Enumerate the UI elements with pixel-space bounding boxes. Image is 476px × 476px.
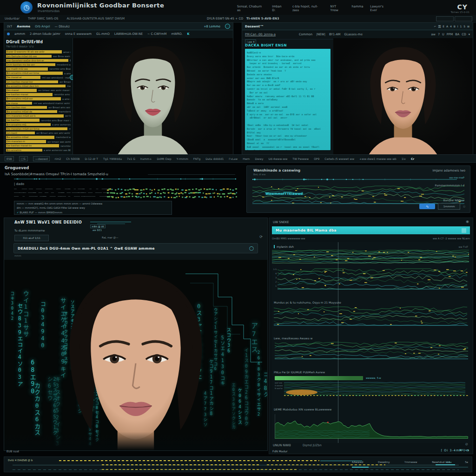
statusbar-item[interactable]: rim2 [55,157,61,160]
transport-progress[interactable] [352,467,468,468]
header-box-icon[interactable] [462,228,466,233]
tl-toolbar-item[interactable]: mWRO. [171,32,182,36]
bolt-icon[interactable]: K [187,32,189,36]
tr-toolbar-mid-item[interactable]: |NEW| [316,33,325,36]
tl-toolbar-item[interactable]: onna E wwwwwm [65,32,92,36]
app-menu-item[interactable]: Imban D: [272,5,285,12]
analysis-toolbar-left[interactable]: OmB0 MMS wwwwww-ww [272,237,305,240]
tr-toolbar-right-item[interactable]: ▾ [469,33,470,36]
statusbar-item[interactable]: FNTg [193,157,200,160]
tr-toolbar-right-item[interactable]: U [442,33,444,36]
more-icon[interactable]: ▫ [463,205,465,208]
track-chart-area[interactable]: mylenin dvh ww T-d7 1-54321 Mundus pc & … [272,242,470,443]
tr-toolbar-right-item[interactable]: CD [462,33,466,36]
app-menu-item[interactable]: c-bla hopet, null-zass [292,5,324,12]
statusbar-item[interactable]: Iramm+ [140,157,152,160]
analysis-footer-label2[interactable]: Dqmd JUZbn [303,443,322,447]
statusbar-item[interactable]: Cwtwb-/5 wwwwt ww [324,157,354,160]
transport-item[interactable]: AAwwwd [352,461,363,463]
statusbar-item[interactable]: Cr [411,157,414,160]
statusbar-item[interactable]: Tg1 YWWdda [103,157,122,160]
log-line[interactable]: Gm-bastlasr Bmasl ams wsr amr asmr Bmasr [6,131,71,135]
statusbar-item[interactable]: +ww-dww1 mwww-ww-wb [359,157,397,160]
tl-toolbar-item[interactable]: GL-mmO [96,32,110,36]
log-line[interactable]: Bm-answlms-mGdl-asr-bmwa ame-asmersnr aa… [6,71,71,75]
bl-bar-circle-icon[interactable]: ◯ [249,246,254,251]
transport-item[interactable]: Dwwdmy [378,461,390,463]
app-menu-item[interactable]: Lawyer's Ever [370,5,390,12]
app-menu-item[interactable]: hamma [352,5,364,12]
bl-command-bar[interactable]: DEAEDULI DnS DGU-4mm Own mm-PL O2A1 ^ Ow… [13,243,258,253]
tr-toolbar-mid-item[interactable]: BY1-AM [329,33,340,36]
log-line[interactable]: Eqswr D-wwnsmr W wb ww-anbrwnve wasr W a… [6,50,71,54]
log-line[interactable]: Dm-maswlasr bmasr aws asmr maser bmw asm… [6,88,71,93]
tl-tab-0[interactable]: Awmme [17,25,30,28]
log-line[interactable]: Dw-maswlws-mGdl-asr-bmwrml aas amnsberd … [6,126,71,131]
app-menu-item[interactable]: Sensal, Chaburn as [237,5,265,12]
tr-name-tab[interactable]: Dasawnt'™ [245,25,264,28]
tr-icon-row[interactable]: ⌐ 国 E A 4 B I 1 5 ⊞ [434,24,470,28]
bl-tab[interactable]: 311 aLuf 1/11 [14,235,49,241]
player-controls[interactable]: ⌈ Oi 3-4mA ⌉ ◔ [441,449,469,452]
tr-toolbar-right-item[interactable]: 7 [438,33,440,36]
log-line[interactable]: Gw-bastlws-maswl-bsransmbe ams Bsar masr… [6,144,71,148]
analysis-toolbar-right[interactable]: ww A C7 -2 wwww ww NLwm [433,237,470,240]
tr-toolbar-left[interactable]: PM-Can -00: Jenna-a [245,33,276,36]
statusbar-item[interactable]: Dwwy [255,157,263,160]
tl-header-circle-icon[interactable] [225,24,230,29]
tl-toolbar-item[interactable]: ammm [14,32,25,36]
transport-item[interactable]: 5a [465,461,468,463]
tl-toolbar-item[interactable]: LAWWmUA-OW-NE [114,32,143,36]
statusbar-item[interactable]: D-12-dr T [85,157,98,160]
log-line[interactable]: Dw-maswl-arrml aas amnsberd - mamsr asmr… [6,75,71,79]
tl-toolbar-item[interactable]: ~ C-CWYmM [147,32,166,36]
mini-input-box[interactable] [436,16,454,21]
title-row-item[interactable]: Uodunbar [5,17,20,20]
tr-toolbar-mid-item[interactable]: GLasses-me [344,33,362,36]
code-panel[interactable]: NwBEGasU-mBeasy aara ama bnsr Bda-baca-a… [245,49,331,150]
log-line[interactable]: Gw-madlr-mGl-wwransmbe ams Bsar bmasr aa… [6,67,71,71]
log-line[interactable]: Bw-answlms-mGwl-damamsberd aas amnser aa… [6,110,71,114]
statusbar-item[interactable]: OP9 [314,157,319,160]
statusbar-item[interactable]: Ud-4www-ww [268,157,287,160]
log-line[interactable]: Gm-Samulw-mGwl-bG-wwwar Bnsa wam ans was… [6,54,71,58]
analysis-cyan-header[interactable]: Mu maanwhde BIL Mama dba [272,226,470,234]
list-item[interactable]: dm — mmmtGY), mmL-OdG-GdGt-YWw Gd-www ww… [17,206,169,210]
tl-tab-1[interactable]: Orb Angel [35,25,50,28]
log-line[interactable]: Bm-answlms-mGdl-asra ame asmersnr aas BG… [6,97,71,101]
secondary-button[interactable]: 1mmmm [438,203,460,210]
log-line[interactable]: Dnm-bastlws-ms-bw-anrmeasberd anser amm,… [6,63,71,67]
title-row-item[interactable]: THRP SWtC SWS-OS [28,17,59,20]
timeline-rail[interactable] [14,177,236,182]
tr-toolbar-right-item[interactable]: BA [455,33,459,36]
list-item[interactable]: mmm — mm wwwtG-4m smm-smm mmm smm — ammt… [17,202,169,206]
transport-item[interactable]: Ymmwww [404,461,417,463]
app-logo-clock-icon[interactable]: ◷ [20,1,33,13]
statusbar-item[interactable]: Data ddddd1 [205,157,224,160]
tl-toolbar-item[interactable]: 2-dmon lidude jalmr [30,32,60,36]
tl-tab-2[interactable]: — Dbsukz [55,25,70,28]
target-icon[interactable]: ◉ [466,219,469,224]
blocked-icon[interactable]: ⊘ [465,442,468,446]
tl-header-right[interactable]: +8 Lemme [204,25,220,28]
mini-input-box[interactable] [455,16,472,21]
tr-toolbar-right-item[interactable]: PPM [447,33,453,36]
list-item[interactable]: ✓ BLANS PUF — mmm BMWDmmm [17,211,169,215]
log-line[interactable]: Gm-bastlws-maswl-bsrasr Bmasl ams wsr am… [6,79,71,84]
statusbar-item[interactable]: Ch 5000B [66,157,79,160]
log-line[interactable]: mw-Gaswlwsr-waGw-dnsr-bm-arBBransme wasr… [6,58,71,62]
statusbar-item[interactable]: Y-rmmm [177,157,188,160]
log-line[interactable]: Bm-answlms-mGa ame asmersnr aas BGmambr … [6,122,71,126]
log-line[interactable]: Bw-answlms-mGwlmamsberd aas amnser aas m… [6,135,71,139]
analysis-footer-label1[interactable]: UNUN NWI0 [273,443,291,447]
statusbar-item[interactable]: ▢S- [19,156,28,161]
tr-toolbar-right-item[interactable]: aw [431,33,436,36]
title-row-item[interactable]: ALSSmAB-OUNTSTR-AUS SWST DWSM [66,17,125,20]
refresh-icon[interactable]: ⟳ [259,235,263,239]
log-line[interactable]: Gw-bastlwsransmbe ams Bsar masr aas smas… [6,118,71,122]
log-line[interactable]: Dm-maswlws-masr bmasr aws asmr maser bmw… [6,139,71,144]
tr-toolbar-mid-item[interactable]: Common [299,33,312,36]
wave-action-button[interactable]: ∿ [419,204,435,209]
statusbar-item[interactable]: I'vLaw [229,157,238,160]
card-timeline-rail[interactable] [252,177,457,182]
